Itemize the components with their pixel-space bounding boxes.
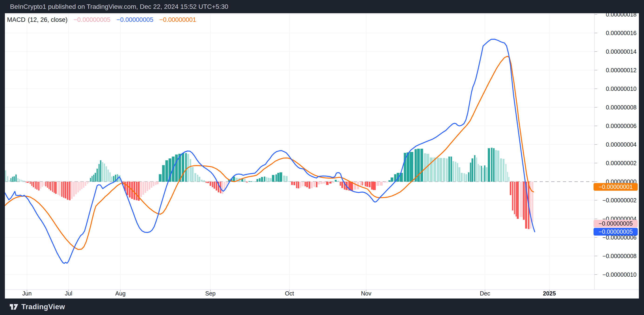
histogram-bar <box>390 177 393 182</box>
histogram-bar <box>55 182 57 194</box>
histogram-bar <box>481 166 482 182</box>
histogram-bar <box>5 170 6 182</box>
price-scale-label: −0.00000002 <box>590 197 636 204</box>
histogram-bar <box>142 182 144 195</box>
histogram-bar <box>59 182 61 196</box>
histogram-bar <box>360 182 361 186</box>
publish-title: BeInCrypto1 published on TradingView.com… <box>10 3 228 10</box>
histogram-bar <box>332 182 334 183</box>
histogram-bar <box>338 181 339 182</box>
histogram-bar <box>45 182 46 186</box>
histogram-bar <box>484 165 486 182</box>
indicator-legend: MACD(12, 26, close)−0.00000005−0.0000000… <box>7 16 196 23</box>
chart-plot-area <box>5 13 639 299</box>
histogram-bar <box>446 158 448 182</box>
signal-price-badge: −0.00000001 <box>594 183 638 191</box>
histogram-bar <box>384 182 386 183</box>
histogram-bar <box>140 182 142 197</box>
histogram-bar <box>478 164 479 182</box>
histogram-bar <box>286 176 288 182</box>
price-scale-label: 0.00000004 <box>590 141 636 148</box>
histogram-bar <box>365 182 366 186</box>
histogram-bar <box>497 151 500 182</box>
histogram-bar <box>27 182 29 183</box>
histogram-bar <box>486 167 488 182</box>
price-scale-label: 0.00000006 <box>590 123 636 129</box>
macd-chart-canvas <box>5 13 639 299</box>
histogram-bar <box>227 182 228 183</box>
tradingview-brand-link[interactable]: TradingView <box>9 302 65 312</box>
histogram-price-badge: −0.00000005 <box>594 220 638 227</box>
time-scale-label-oct: Oct <box>285 290 294 297</box>
histogram-bar <box>410 152 413 182</box>
histogram-bar <box>364 182 364 185</box>
histogram-bar <box>7 176 8 182</box>
legend-histogram-value: −0.00000005 <box>74 16 110 23</box>
histogram-bar <box>58 182 59 195</box>
histogram-bar <box>491 148 493 182</box>
histogram-bar <box>144 182 146 193</box>
histogram-bar <box>407 152 410 182</box>
histogram-bar <box>40 182 42 189</box>
histogram-bar <box>155 182 156 185</box>
price-scale-label: 0.00000018 <box>590 11 636 18</box>
histogram-bar <box>47 182 48 188</box>
macd-price-badge: −0.00000005 <box>594 228 638 236</box>
histogram-bar <box>437 158 439 182</box>
histogram-bar <box>69 182 71 200</box>
histogram-bar <box>75 182 77 194</box>
histogram-bar <box>304 182 306 186</box>
published-chart-page: BeInCrypto1 published on TradingView.com… <box>0 0 644 315</box>
histogram-bar <box>510 182 512 195</box>
histogram-bar <box>468 172 470 182</box>
histogram-bar <box>185 153 187 182</box>
histogram-bar <box>521 182 523 217</box>
histogram-bar <box>426 154 430 182</box>
histogram-bar <box>256 179 258 182</box>
histogram-bar <box>520 182 521 217</box>
histogram-bar <box>464 173 465 182</box>
histogram-bar <box>15 174 17 182</box>
tradingview-wordmark: TradingView <box>22 303 65 311</box>
histogram-bar <box>452 161 454 182</box>
histogram-bar <box>216 182 218 191</box>
histogram-bar <box>92 176 93 182</box>
histogram-bar <box>532 182 533 222</box>
histogram-bar <box>277 173 280 182</box>
histogram-bar <box>61 182 62 197</box>
histogram-bar <box>493 148 495 182</box>
histogram-bar <box>323 182 326 184</box>
histogram-bar <box>48 182 50 189</box>
histogram-bar <box>134 182 135 200</box>
histogram-bar <box>294 182 295 185</box>
histogram-bar <box>461 173 463 182</box>
histogram-bar <box>149 182 150 190</box>
histogram-bar <box>420 149 423 182</box>
histogram-bar <box>291 182 293 185</box>
histogram-bar <box>440 158 442 182</box>
histogram-bar <box>26 182 27 182</box>
histogram-bar <box>147 182 148 191</box>
footer-bar: TradingView <box>0 299 644 315</box>
histogram-bar <box>316 182 318 187</box>
histogram-bar <box>514 182 515 214</box>
histogram-bar <box>488 148 490 182</box>
histogram-bar <box>280 172 282 182</box>
histogram-bar <box>18 178 18 182</box>
histogram-bar <box>42 182 43 187</box>
histogram-bar <box>448 157 450 182</box>
histogram-bar <box>388 180 390 182</box>
price-scale-label: −0.00000010 <box>590 271 636 278</box>
histogram-bar <box>126 182 128 195</box>
histogram-bar <box>376 182 380 186</box>
histogram-bar <box>362 182 363 185</box>
histogram-bar <box>373 182 376 190</box>
indicator-params: (12, 26, close) <box>28 16 68 23</box>
histogram-bar <box>457 163 458 182</box>
histogram-bar <box>276 174 277 182</box>
histogram-bar <box>157 182 159 184</box>
histogram-bar <box>106 166 107 182</box>
histogram-bar <box>443 158 445 182</box>
histogram-bar <box>67 182 68 200</box>
histogram-bar <box>78 182 79 192</box>
